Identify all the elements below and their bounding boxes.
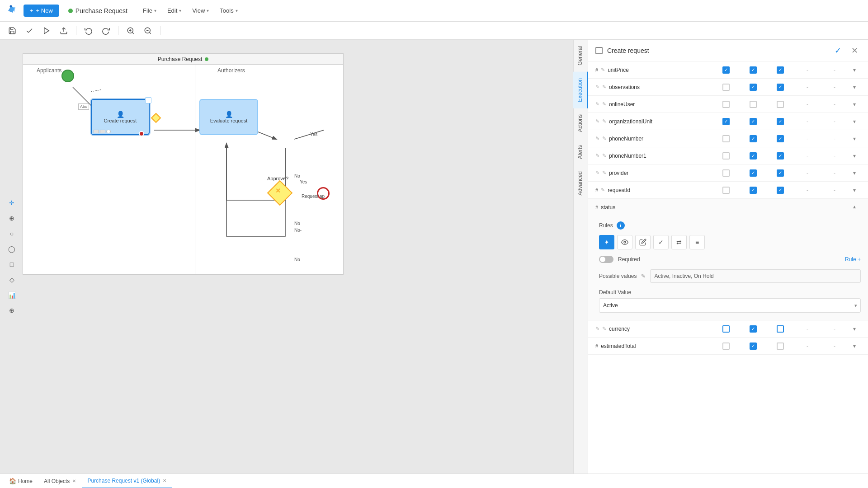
checkbox-organizationalUnit-3[interactable]: ✓ xyxy=(777,118,784,125)
cell-onlineUser-1[interactable] xyxy=(712,101,740,108)
file-menu[interactable]: File ▾ xyxy=(138,5,161,17)
diagram-container[interactable]: Purchase Request Yes xyxy=(23,49,573,474)
cell-currency-3[interactable] xyxy=(767,325,794,333)
expand-phoneNumber[interactable]: ▾ xyxy=(852,135,857,143)
checkbox-requestId-1[interactable] xyxy=(722,187,730,194)
checkbox-unitPrice-2[interactable]: ✓ xyxy=(750,66,757,74)
cell-requestId-1[interactable] xyxy=(712,187,740,194)
expand-organizationalUnit[interactable]: ▾ xyxy=(852,117,857,126)
cell-onlineUser-2[interactable] xyxy=(740,101,767,108)
new-button[interactable]: + + New xyxy=(24,5,59,17)
cell-requestId-3[interactable]: ✓ xyxy=(767,187,794,194)
cell-requestId-2[interactable]: ✓ xyxy=(740,187,767,194)
checkbox-organizationalUnit-1[interactable]: ✓ xyxy=(722,118,730,125)
panel-checkbox[interactable] xyxy=(595,47,603,54)
checkbox-observations-3[interactable]: ✓ xyxy=(777,84,784,91)
cell-provider-2[interactable]: ✓ xyxy=(740,169,767,177)
edit-menu[interactable]: Edit ▾ xyxy=(163,5,186,17)
cell-phoneNumber1-3[interactable]: ✓ xyxy=(767,152,794,160)
checkbox-onlineUser-3[interactable] xyxy=(777,101,784,108)
panel-scroll[interactable]: # ✎ unitPrice ✓ ✓ ✓ - - ▾ ✎ ✎ observatio… xyxy=(588,61,868,474)
cell-unitPrice-expand[interactable]: ▾ xyxy=(848,66,861,74)
checkbox-estimatedTotal-2[interactable]: ✓ xyxy=(750,343,757,350)
icon-btn-list[interactable]: ≡ xyxy=(689,235,705,249)
panel-close-button[interactable]: ✕ xyxy=(849,45,861,56)
cell-observations-1[interactable] xyxy=(712,84,740,91)
actions-tab[interactable]: Actions xyxy=(573,108,588,138)
view-menu[interactable]: View ▾ xyxy=(188,5,213,17)
expand-currency[interactable]: ▾ xyxy=(852,325,857,333)
cell-requestId-expand[interactable]: ▾ xyxy=(848,186,861,194)
cell-phoneNumber1-expand[interactable]: ▾ xyxy=(848,152,861,160)
home-tab[interactable]: 🏠 Home xyxy=(4,474,38,488)
undo-button[interactable] xyxy=(82,25,95,37)
cell-phoneNumber-1[interactable] xyxy=(712,135,740,142)
checkbox-organizationalUnit-2[interactable]: ✓ xyxy=(750,118,757,125)
cell-onlineUser-3[interactable] xyxy=(767,101,794,108)
icon-btn-star[interactable]: ✦ xyxy=(599,235,614,249)
required-toggle[interactable] xyxy=(599,256,613,263)
zoom-in-button[interactable] xyxy=(124,25,137,37)
cell-phoneNumber-expand[interactable]: ▾ xyxy=(848,135,861,143)
cell-currency-2[interactable]: ✓ xyxy=(740,325,767,333)
approve-gateway[interactable] xyxy=(267,180,293,206)
cell-currency-1[interactable] xyxy=(712,325,740,333)
cell-phoneNumber-3[interactable]: ✓ xyxy=(767,135,794,142)
cell-provider-expand[interactable]: ▾ xyxy=(848,169,861,177)
checkbox-onlineUser-1[interactable] xyxy=(722,101,730,108)
checkbox-phoneNumber-1[interactable] xyxy=(722,135,730,142)
cell-provider-3[interactable]: ✓ xyxy=(767,169,794,177)
execution-tab[interactable]: Execution xyxy=(573,72,588,108)
checkbox-currency-3[interactable] xyxy=(777,325,784,333)
checkbox-estimatedTotal-1[interactable] xyxy=(722,343,730,350)
cell-estimatedTotal-expand[interactable]: ▾ xyxy=(848,342,861,350)
evaluate-request-task[interactable]: 👤 Evaluate request xyxy=(199,99,258,135)
panel-confirm-button[interactable]: ✓ xyxy=(832,45,844,56)
cell-estimatedTotal-2[interactable]: ✓ xyxy=(740,343,767,350)
icon-btn-check[interactable]: ✓ xyxy=(653,235,669,249)
checkbox-phoneNumber-2[interactable]: ✓ xyxy=(750,135,757,142)
expand-onlineUser[interactable]: ▾ xyxy=(852,100,857,108)
checkbox-requestId-2[interactable]: ✓ xyxy=(750,187,757,194)
start-event[interactable] xyxy=(61,70,74,82)
cell-organizationalUnit-3[interactable]: ✓ xyxy=(767,118,794,125)
cell-phoneNumber1-1[interactable] xyxy=(712,152,740,160)
all-objects-tab[interactable]: All Objects ✕ xyxy=(38,474,82,488)
checkbox-estimatedTotal-3[interactable] xyxy=(777,343,784,350)
rect-tool[interactable]: □ xyxy=(5,258,18,271)
add-tool[interactable]: ⊕ xyxy=(5,304,18,317)
possible-values-input[interactable] xyxy=(650,269,861,283)
cell-organizationalUnit-1[interactable]: ✓ xyxy=(712,118,740,125)
cell-currency-expand[interactable]: ▾ xyxy=(848,325,861,333)
expand-phoneNumber1[interactable]: ▾ xyxy=(852,152,857,160)
checkbox-unitPrice-3[interactable]: ✓ xyxy=(777,66,784,74)
circle-tool[interactable]: ○ xyxy=(5,227,18,240)
all-objects-close-icon[interactable]: ✕ xyxy=(72,479,76,483)
icon-btn-edit[interactable] xyxy=(635,235,651,249)
cell-estimatedTotal-1[interactable] xyxy=(712,343,740,350)
save-button[interactable] xyxy=(5,25,19,37)
checkbox-observations-1[interactable] xyxy=(722,84,730,91)
checkbox-currency-2[interactable]: ✓ xyxy=(750,325,757,333)
expand-observations[interactable]: ▾ xyxy=(852,83,857,91)
default-value-select[interactable]: Active xyxy=(599,298,861,313)
canvas-area[interactable]: ✛ ⊕ ○ ◯ □ ◇ 📊 ⊕ Purchase Request xyxy=(0,40,573,474)
alerts-tab[interactable]: Alerts xyxy=(573,139,588,165)
purchase-request-tab[interactable]: Purchase Request v1 (Global) ✕ xyxy=(82,474,172,488)
rule-plus-link[interactable]: Rule + xyxy=(845,256,861,263)
expand-estimatedTotal[interactable]: ▾ xyxy=(852,342,857,350)
checkbox-currency-1[interactable] xyxy=(722,325,730,333)
zoom-out-button[interactable] xyxy=(141,25,155,37)
play-button[interactable] xyxy=(40,25,53,37)
cell-phoneNumber-2[interactable]: ✓ xyxy=(740,135,767,142)
create-request-task[interactable]: 👤 Create request Abc xyxy=(91,99,150,135)
collapse-status[interactable]: ▾ xyxy=(852,203,857,211)
checkbox-onlineUser-2[interactable] xyxy=(750,101,757,108)
check-button[interactable] xyxy=(23,25,36,37)
add-circle-tool[interactable]: ⊕ xyxy=(5,212,18,225)
cell-status-expand[interactable]: ▾ xyxy=(848,203,861,211)
cell-observations-expand[interactable]: ▾ xyxy=(848,83,861,91)
checkbox-phoneNumber-3[interactable]: ✓ xyxy=(777,135,784,142)
cell-organizationalUnit-expand[interactable]: ▾ xyxy=(848,117,861,126)
chart-tool[interactable]: 📊 xyxy=(5,289,18,301)
